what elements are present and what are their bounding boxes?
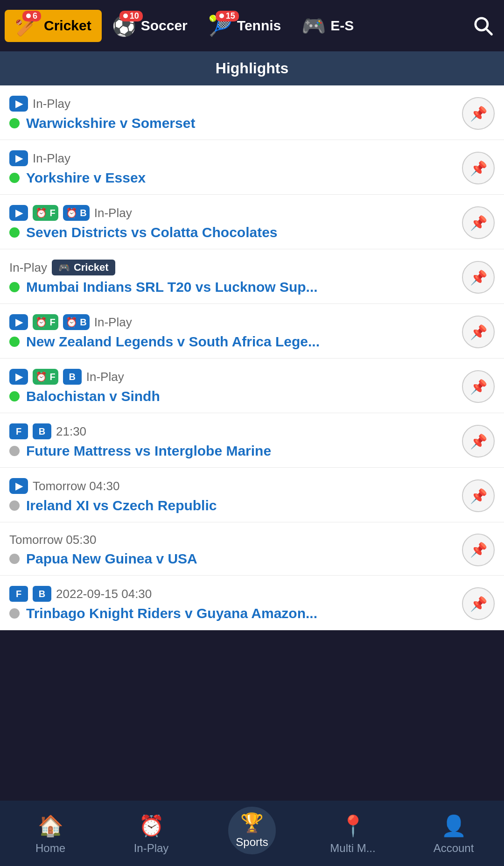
- status-dot-3: [9, 227, 20, 238]
- match-meta-2: ▶ In-Play: [9, 150, 455, 166]
- b-icon: B: [63, 369, 82, 385]
- pin-icon-1: 📌: [470, 106, 487, 122]
- match-meta-5: ▶ ⏰ F ⏰ B In-Play: [9, 314, 455, 330]
- sports-icon: 🏆: [240, 812, 264, 834]
- search-icon: [470, 13, 495, 37]
- play-icon: ▶: [9, 150, 28, 166]
- match-item[interactable]: Tomorrow 05:30 Papua New Guinea v USA 📌: [0, 522, 504, 576]
- account-label: Account: [434, 842, 474, 855]
- match-item[interactable]: F B 21:30 Future Mattress vs Interglobe …: [0, 413, 504, 468]
- pin-button-1[interactable]: 📌: [462, 97, 495, 130]
- match-content-4: In-Play 🎮 Cricket Mumbai Indians SRL T20…: [9, 260, 455, 295]
- highlights-label: Highlights: [216, 60, 288, 77]
- play-icon: ▶: [9, 96, 28, 112]
- esports-label: E-S: [330, 18, 354, 34]
- match-name-8: Ireland XI vs Czech Republic: [26, 498, 217, 514]
- match-status-3: In-Play: [94, 206, 132, 220]
- status-dot-10: [9, 608, 20, 619]
- match-item[interactable]: ▶ Tomorrow 04:30 Ireland XI vs Czech Rep…: [0, 468, 504, 522]
- match-status-2: In-Play: [33, 151, 70, 166]
- nav-tab-soccer[interactable]: ⚽ Soccer 10: [102, 10, 198, 42]
- account-icon: 👤: [441, 814, 467, 838]
- match-name-10: Trinbago Knight Riders v Guyana Amazon..…: [26, 605, 317, 621]
- match-meta-10: F B 2022-09-15 04:30: [9, 586, 455, 602]
- status-dot-4: [9, 282, 20, 292]
- status-dot-9: [9, 554, 20, 564]
- clock-b-icon: ⏰ B: [63, 314, 90, 330]
- match-item[interactable]: ▶ ⏰ F ⏰ B In-Play Seven Districts vs Col…: [0, 195, 504, 249]
- match-content-10: F B 2022-09-15 04:30 Trinbago Knight Rid…: [9, 586, 455, 621]
- status-dot-7: [9, 446, 20, 456]
- sports-label: Sports: [236, 836, 268, 849]
- pin-icon-10: 📌: [470, 596, 487, 612]
- match-item[interactable]: F B 2022-09-15 04:30 Trinbago Knight Rid…: [0, 576, 504, 630]
- bottom-nav-multim[interactable]: 📍 Multi M...: [302, 801, 403, 866]
- match-content-5: ▶ ⏰ F ⏰ B In-Play New Zealand Legends v …: [9, 314, 455, 350]
- pin-icon-4: 📌: [470, 269, 487, 286]
- status-dot-6: [9, 391, 20, 401]
- status-dot-1: [9, 118, 20, 128]
- match-time-8: Tomorrow 04:30: [33, 479, 119, 493]
- match-name-6: Balochistan v Sindh: [26, 388, 160, 404]
- pin-icon-2: 📌: [470, 160, 487, 176]
- multim-label: Multi M...: [330, 842, 375, 855]
- bottom-nav-account[interactable]: 👤 Account: [403, 801, 504, 866]
- pin-button-6[interactable]: 📌: [462, 370, 495, 403]
- match-meta-1: ▶ In-Play: [9, 96, 455, 112]
- pin-button-8[interactable]: 📌: [462, 479, 495, 512]
- search-button[interactable]: [466, 8, 499, 43]
- match-meta-7: F B 21:30: [9, 423, 455, 439]
- match-item[interactable]: ▶ ⏰ F B In-Play Balochistan v Sindh 📌: [0, 359, 504, 413]
- match-content-8: ▶ Tomorrow 04:30 Ireland XI vs Czech Rep…: [9, 478, 455, 514]
- match-name-1: Warwickshire v Somerset: [26, 115, 195, 131]
- match-content-6: ▶ ⏰ F B In-Play Balochistan v Sindh: [9, 369, 455, 404]
- pin-button-3[interactable]: 📌: [462, 206, 495, 239]
- sports-center-badge: 🏆 Sports: [226, 805, 278, 856]
- esports-badge-icon: 🎮: [58, 262, 70, 273]
- pin-button-5[interactable]: 📌: [462, 316, 495, 348]
- clock-f-icon: ⏰ F: [33, 314, 58, 330]
- match-item[interactable]: ▶ ⏰ F ⏰ B In-Play New Zealand Legends v …: [0, 304, 504, 359]
- match-status-4: In-Play: [9, 261, 47, 275]
- match-meta-8: ▶ Tomorrow 04:30: [9, 478, 455, 494]
- bottom-nav-inplay[interactable]: ⏰ In-Play: [101, 801, 202, 866]
- pin-button-10[interactable]: 📌: [462, 587, 495, 620]
- match-name-5: New Zealand Legends v South Africa Lege.…: [26, 334, 320, 350]
- match-content-3: ▶ ⏰ F ⏰ B In-Play Seven Districts vs Col…: [9, 205, 455, 240]
- bottom-navigation: 🏠 Home ⏰ In-Play 🏆 Sports 📍 Multi M... 👤…: [0, 801, 504, 866]
- play-icon: ▶: [9, 369, 28, 385]
- status-dot-2: [9, 173, 20, 183]
- pin-icon-8: 📌: [470, 488, 487, 504]
- b-icon: B: [33, 586, 51, 602]
- highlights-bar: Highlights: [0, 51, 504, 85]
- home-label: Home: [35, 842, 65, 855]
- inplay-icon: ⏰: [139, 814, 164, 838]
- match-time-7: 21:30: [56, 424, 86, 439]
- match-content-7: F B 21:30 Future Mattress vs Interglobe …: [9, 423, 455, 459]
- status-dot-5: [9, 337, 20, 347]
- match-name-4: Mumbai Indians SRL T20 vs Lucknow Sup...: [26, 279, 318, 295]
- nav-tab-esports[interactable]: 🎮 E-S: [291, 10, 364, 42]
- pin-icon-5: 📌: [470, 324, 487, 340]
- pin-button-9[interactable]: 📌: [462, 534, 495, 566]
- nav-tab-cricket[interactable]: 🏏 Cricket 6: [5, 10, 102, 42]
- pin-button-2[interactable]: 📌: [462, 152, 495, 184]
- nav-tab-tennis[interactable]: 🎾 Tennis 15: [198, 10, 291, 42]
- match-name-3: Seven Districts vs Colatta Chocolates: [26, 225, 278, 240]
- match-meta-9: Tomorrow 05:30: [9, 533, 455, 547]
- match-item[interactable]: ▶ In-Play Yorkshire v Essex 📌: [0, 140, 504, 195]
- match-item[interactable]: In-Play 🎮 Cricket Mumbai Indians SRL T20…: [0, 249, 504, 304]
- match-name-7: Future Mattress vs Interglobe Marine: [26, 443, 271, 459]
- pin-button-4[interactable]: 📌: [462, 261, 495, 294]
- pin-button-7[interactable]: 📌: [462, 425, 495, 458]
- match-status-5: In-Play: [94, 315, 132, 330]
- match-content-2: ▶ In-Play Yorkshire v Essex: [9, 150, 455, 186]
- match-content-9: Tomorrow 05:30 Papua New Guinea v USA: [9, 533, 455, 567]
- clock-f-icon: ⏰ F: [33, 369, 58, 385]
- bottom-nav-home[interactable]: 🏠 Home: [0, 801, 101, 866]
- match-name-9: Papua New Guinea v USA: [26, 551, 197, 567]
- match-item[interactable]: ▶ In-Play Warwickshire v Somerset 📌: [0, 85, 504, 140]
- soccer-badge: 10: [119, 11, 143, 21]
- match-status-6: In-Play: [86, 370, 124, 384]
- bottom-nav-sports[interactable]: 🏆 Sports: [202, 801, 302, 866]
